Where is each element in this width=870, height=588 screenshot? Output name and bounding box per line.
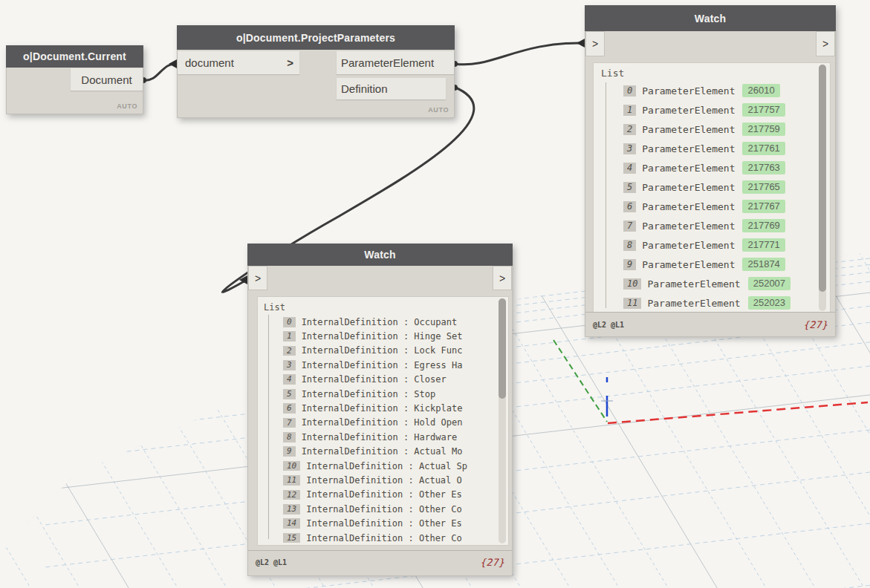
row-index-badge: 10 <box>283 461 300 471</box>
item-count-badge: {27} <box>480 557 504 568</box>
list-item: 2ParameterElement217759 <box>623 120 830 139</box>
row-index-badge: 7 <box>623 220 636 232</box>
row-value-badge: 252007 <box>748 277 791 290</box>
input-port-document[interactable]: document > <box>178 51 299 74</box>
row-label: InternalDefinition : Actual Mo <box>302 446 463 457</box>
row-label: ParameterElement <box>642 259 735 270</box>
list-item: 11ParameterElement252023 <box>623 293 830 313</box>
lacing-badge[interactable]: AUTO <box>117 102 137 110</box>
row-index-badge: 1 <box>283 331 296 342</box>
output-pin[interactable]: > <box>493 266 512 290</box>
row-index-badge: 13 <box>283 504 300 514</box>
tree-guide-line <box>268 315 269 539</box>
row-label: ParameterElement <box>642 163 735 174</box>
list-item: 10ParameterElement252007 <box>623 274 830 293</box>
row-value-badge: 217769 <box>742 219 785 232</box>
output-pin[interactable]: > <box>816 31 835 56</box>
list-item: 2InternalDefinition : Lock Func <box>283 344 508 358</box>
node-title-bar[interactable]: Watch <box>585 5 836 31</box>
chevron-right-icon: > <box>592 38 598 50</box>
row-index-badge: 5 <box>283 389 296 399</box>
row-index-badge: 3 <box>623 143 636 154</box>
port-label: Definition <box>341 82 388 95</box>
row-index-badge: 14 <box>283 518 300 529</box>
row-label: InternalDefinition : Closer <box>302 374 447 385</box>
node-title: o|Document.Current <box>23 50 126 62</box>
row-index-badge: 4 <box>283 374 296 385</box>
lacing-levels-label[interactable]: @L2 @L1 <box>256 558 287 566</box>
row-index-badge: 12 <box>283 490 300 500</box>
row-label: InternalDefinition : Lock Func <box>302 345 463 356</box>
row-label: InternalDefinition : Hardware <box>302 432 458 442</box>
watch-list-panel[interactable]: List 0InternalDefinition : Occupant1Inte… <box>257 296 509 546</box>
lacing-levels-label[interactable]: @L2 @L1 <box>593 321 624 329</box>
chevron-right-icon: > <box>255 272 261 284</box>
watch-list-panel[interactable]: List 0ParameterElement260101ParameterEle… <box>593 62 831 313</box>
node-body: Document AUTO <box>6 68 143 114</box>
list-item: 0InternalDefinition : Occupant <box>283 315 508 329</box>
node-watch-definitions[interactable]: Watch > > List 0InternalDefinition : Occ… <box>247 244 513 575</box>
row-value-badge: 217767 <box>742 200 785 213</box>
input-pin[interactable]: > <box>248 266 267 290</box>
input-pin[interactable]: > <box>585 31 605 56</box>
row-value-badge: 217761 <box>742 142 785 155</box>
output-port-document[interactable]: Document <box>71 68 143 91</box>
row-label: InternalDefinition : Other Es <box>306 518 462 529</box>
node-project-parameters[interactable]: o|Document.ProjectParameters document > … <box>177 25 455 118</box>
row-index-badge: 5 <box>623 182 636 193</box>
port-label: ParameterElement <box>341 56 434 69</box>
list-item: 1ParameterElement217757 <box>623 100 830 120</box>
node-title-bar[interactable]: Watch <box>247 244 513 266</box>
output-port-parameterelement[interactable]: ParameterElement <box>337 51 454 74</box>
wire-parameterelement[interactable] <box>455 43 584 65</box>
list-item: 3ParameterElement217761 <box>623 139 830 158</box>
list-item: 4InternalDefinition : Closer <box>283 373 508 387</box>
list-item: 7InternalDefinition : Hold Open <box>283 416 508 430</box>
output-port-definition[interactable]: Definition <box>337 78 446 99</box>
watch-list-items: 0ParameterElement260101ParameterElement2… <box>601 81 830 313</box>
row-label: ParameterElement <box>642 105 735 116</box>
scrollbar-track[interactable] <box>819 65 826 311</box>
row-label: InternalDefinition : Stop <box>302 389 436 399</box>
row-label: InternalDefinition : Actual Sp <box>306 461 467 471</box>
row-label: ParameterElement <box>647 278 740 290</box>
row-index-badge: 1 <box>623 105 636 116</box>
row-label: ParameterElement <box>642 143 735 154</box>
node-document-current[interactable]: o|Document.Current Document AUTO <box>6 45 143 114</box>
row-index-badge: 0 <box>623 85 636 97</box>
chevron-right-icon: > <box>822 38 828 50</box>
list-item: 7ParameterElement217769 <box>623 216 830 235</box>
row-index-badge: 3 <box>283 360 296 370</box>
row-index-badge: 10 <box>623 278 641 290</box>
node-title: Watch <box>364 249 395 261</box>
row-label: InternalDefinition : Other Es <box>306 489 462 500</box>
chevron-right-icon[interactable]: > <box>287 56 293 69</box>
row-index-badge: 9 <box>623 259 636 270</box>
row-value-badge: 252023 <box>748 296 791 310</box>
row-value-badge: 217757 <box>742 103 785 117</box>
node-title: Watch <box>695 13 726 24</box>
row-label: InternalDefinition : Hinge Set <box>302 331 463 342</box>
list-item: 9InternalDefinition : Actual Mo <box>283 445 508 459</box>
input-port-arrow[interactable] <box>577 39 585 48</box>
watch-list-items: 0InternalDefinition : Occupant1InternalD… <box>264 315 508 545</box>
lacing-badge[interactable]: AUTO <box>428 106 449 114</box>
list-item: 4ParameterElement217763 <box>623 158 830 177</box>
node-title-bar[interactable]: o|Document.Current <box>6 45 143 68</box>
node-title: o|Document.ProjectParameters <box>236 32 395 44</box>
row-value-badge: 26010 <box>742 84 779 97</box>
node-body: > > List 0ParameterElement260101Paramete… <box>585 31 836 337</box>
node-title-bar[interactable]: o|Document.ProjectParameters <box>177 25 455 50</box>
input-port-arrow[interactable] <box>169 59 177 68</box>
list-item: 5ParameterElement217765 <box>623 177 830 197</box>
scrollbar-thumb[interactable] <box>499 298 506 399</box>
scrollbar-track[interactable] <box>499 298 506 543</box>
node-watch-parameters[interactable]: Watch > > List 0ParameterElement260101Pa… <box>585 5 836 336</box>
scrollbar-thumb[interactable] <box>819 65 826 292</box>
list-type-label: List <box>601 66 830 81</box>
row-label: InternalDefinition : Occupant <box>302 317 458 327</box>
row-label: InternalDefinition : Actual O <box>306 475 462 486</box>
tree-guide-line <box>606 82 606 308</box>
row-index-badge: 7 <box>283 418 296 428</box>
dynamo-workspace[interactable]: o|Document.Current Document AUTO o|Docum… <box>0 0 870 588</box>
